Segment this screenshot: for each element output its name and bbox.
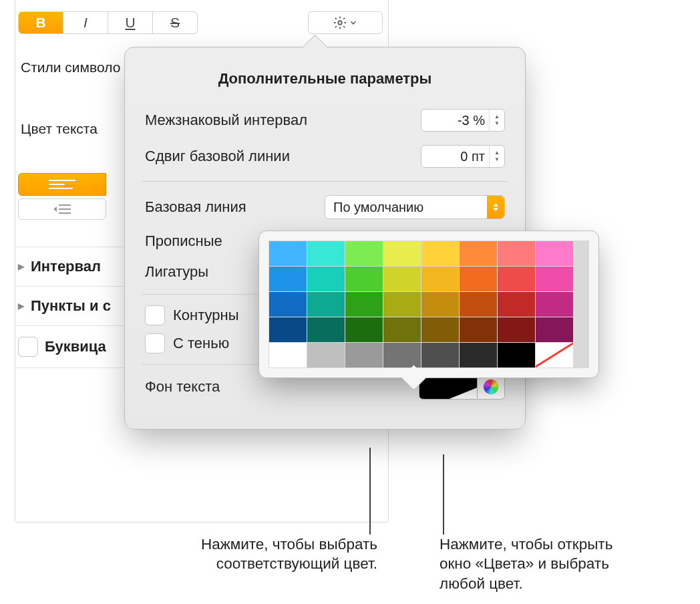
baseline-label: Базовая линия — [145, 198, 246, 216]
indent-icon — [52, 203, 72, 215]
strikethrough-button[interactable]: S — [153, 12, 197, 33]
stepper-arrows-icon: ▲▼ — [489, 146, 504, 167]
color-swatch[interactable] — [421, 267, 459, 291]
align-left-icon — [49, 180, 75, 189]
gear-icon — [333, 15, 347, 30]
color-swatch[interactable] — [307, 317, 345, 342]
color-swatch[interactable] — [498, 343, 535, 367]
callout-open-colors-window: Нажмите, чтобы открыть окно «Цвета» и вы… — [440, 535, 687, 593]
color-swatch[interactable] — [421, 292, 459, 317]
dropcap-label: Буквица — [45, 338, 106, 355]
callout-leader-line — [442, 454, 445, 535]
color-swatch[interactable] — [345, 292, 383, 317]
align-left-button[interactable] — [18, 173, 106, 196]
color-swatch[interactable] — [421, 241, 459, 266]
color-swatch[interactable] — [498, 292, 535, 317]
color-swatch[interactable] — [460, 317, 497, 342]
caps-label: Прописные — [145, 233, 222, 250]
character-styles-label: Стили символо — [18, 59, 120, 76]
shadow-label: С тенью — [173, 335, 229, 352]
baseline-shift-stepper[interactable]: 0 пт ▲▼ — [421, 145, 505, 168]
color-swatch[interactable] — [307, 343, 345, 367]
color-swatch[interactable] — [269, 343, 307, 367]
color-swatches-popover — [258, 231, 599, 378]
color-swatch[interactable] — [460, 343, 497, 367]
color-swatch[interactable] — [460, 241, 497, 266]
color-swatch[interactable] — [269, 241, 307, 266]
baseline-shift-label: Сдвиг базовой линии — [145, 148, 290, 165]
callout-select-matching-color: Нажмите, чтобы выбрать соответствующий ц… — [130, 535, 377, 574]
color-swatch[interactable] — [536, 317, 573, 342]
color-wheel-icon — [484, 380, 498, 394]
color-swatch[interactable] — [383, 241, 421, 266]
color-swatch[interactable] — [345, 241, 383, 266]
text-color-label: Цвет текста — [18, 121, 98, 137]
popup-arrows-icon — [487, 196, 504, 218]
color-swatch[interactable] — [536, 267, 573, 291]
color-swatch[interactable] — [345, 267, 383, 291]
outline-label: Контурны — [173, 307, 238, 324]
bold-button[interactable]: B — [19, 12, 63, 33]
color-swatch[interactable] — [307, 267, 345, 291]
color-swatch[interactable] — [498, 267, 535, 291]
color-swatch[interactable] — [383, 267, 421, 291]
color-swatch[interactable] — [498, 241, 535, 266]
character-spacing-value: -3 % — [427, 113, 489, 128]
color-swatch[interactable] — [421, 317, 459, 342]
baseline-value: По умолчанию — [333, 200, 423, 215]
bullets-label: Пункты и с — [31, 297, 111, 315]
color-swatch[interactable] — [345, 343, 383, 367]
color-swatch[interactable] — [421, 343, 459, 367]
color-swatch[interactable] — [307, 241, 345, 266]
color-swatch[interactable] — [536, 343, 573, 367]
underline-button[interactable]: U — [108, 12, 153, 33]
shadow-checkbox[interactable] — [145, 333, 165, 353]
text-background-label: Фон текста — [145, 378, 220, 396]
color-swatch-grid — [269, 241, 589, 368]
chevron-right-icon: ▶ — [18, 301, 24, 311]
baseline-popup[interactable]: По умолчанию — [325, 195, 505, 219]
color-swatch[interactable] — [383, 343, 421, 367]
text-style-segmented: B I U S — [18, 11, 198, 34]
color-swatch[interactable] — [460, 267, 497, 291]
color-swatch[interactable] — [460, 292, 497, 317]
color-swatch[interactable] — [345, 317, 383, 342]
character-spacing-stepper[interactable]: -3 % ▲▼ — [421, 109, 505, 132]
stepper-arrows-icon: ▲▼ — [489, 110, 504, 131]
color-swatch[interactable] — [383, 292, 421, 317]
italic-button[interactable]: I — [63, 12, 108, 33]
ligatures-label: Лигатуры — [145, 263, 208, 281]
character-spacing-label: Межзнаковый интервал — [145, 112, 307, 129]
baseline-shift-value: 0 пт — [427, 149, 489, 164]
color-swatch[interactable] — [269, 292, 307, 317]
color-swatch[interactable] — [269, 267, 307, 291]
spacing-label: Интервал — [31, 258, 101, 275]
outline-checkbox[interactable] — [145, 305, 165, 325]
chevron-right-icon: ▶ — [18, 262, 24, 271]
color-swatch[interactable] — [498, 317, 535, 342]
popover-title: Дополнительные параметры — [142, 70, 508, 88]
color-swatch[interactable] — [536, 292, 573, 317]
advanced-options-button[interactable] — [308, 11, 383, 34]
indent-button[interactable] — [18, 198, 106, 220]
color-swatch[interactable] — [383, 317, 421, 342]
chevron-down-icon — [349, 18, 358, 27]
dropcap-checkbox[interactable] — [18, 337, 38, 357]
color-swatch[interactable] — [307, 292, 345, 317]
svg-point-0 — [338, 21, 342, 25]
color-swatch[interactable] — [269, 317, 307, 342]
color-swatch[interactable] — [536, 241, 573, 266]
